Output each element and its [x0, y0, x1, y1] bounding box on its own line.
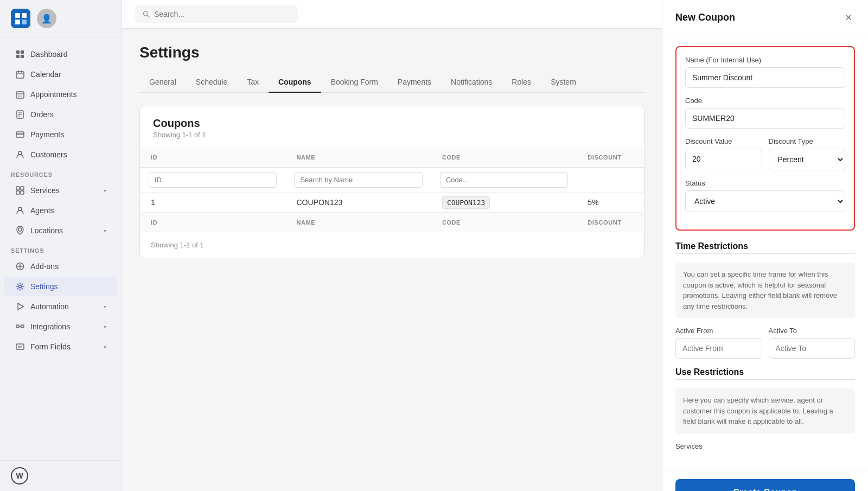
panel-title: New Coupon [675, 12, 735, 23]
tab-payments[interactable]: Payments [388, 72, 441, 93]
coupons-title: Coupons [153, 117, 631, 130]
sidebar-item-appointments[interactable]: Appointments [4, 85, 117, 104]
chevron-down-icon: ▾ [104, 324, 106, 330]
resources-section-label: RESOURCES [0, 165, 122, 180]
tab-tax[interactable]: Tax [237, 72, 269, 93]
discount-type-select[interactable]: Percent Fixed [769, 149, 846, 170]
services-form-group: Services [675, 442, 855, 450]
status-select[interactable]: Active Inactive [685, 190, 845, 212]
search-bar[interactable] [135, 5, 298, 23]
main-nav: Dashboard Calendar Appointments Orders P… [0, 37, 122, 460]
sidebar-item-form-fields[interactable]: Form Fields ▾ [4, 337, 117, 356]
topbar [122, 0, 662, 29]
svg-rect-4 [16, 72, 24, 78]
svg-rect-3 [21, 55, 24, 58]
sidebar-item-add-ons[interactable]: Add-ons [4, 257, 117, 276]
sidebar-item-dashboard[interactable]: Dashboard [4, 44, 117, 64]
code-input[interactable] [685, 108, 845, 129]
active-from-input[interactable] [675, 338, 762, 359]
sidebar-item-label: Settings [30, 282, 58, 291]
services-label: Services [675, 442, 855, 450]
tab-general[interactable]: General [139, 72, 186, 93]
automation-icon [15, 302, 25, 311]
time-restrictions-title: Time Restrictions [675, 241, 855, 251]
agents-icon [15, 206, 25, 215]
orders-icon [15, 110, 25, 119]
form-fields-icon [15, 342, 25, 352]
sidebar-item-agents[interactable]: Agents [4, 201, 117, 220]
sidebar-item-locations[interactable]: Locations ▾ [4, 221, 117, 240]
app-logo[interactable] [11, 9, 30, 28]
discount-value-group: Discount Value [685, 137, 762, 170]
sidebar-item-label: Services [30, 186, 60, 195]
filter-code-input[interactable] [440, 172, 568, 188]
svg-rect-20 [21, 187, 24, 190]
coupons-card-header: Coupons Showing 1-1 of 1 [140, 106, 644, 139]
sidebar-item-payments[interactable]: Payments [4, 125, 117, 144]
svg-rect-8 [16, 92, 24, 98]
dashboard-icon [15, 49, 25, 59]
tab-system[interactable]: System [541, 72, 586, 93]
svg-rect-1 [21, 50, 24, 54]
col-name: NAME [285, 148, 431, 168]
close-button[interactable]: × [842, 11, 855, 24]
right-panel: New Coupon × Name (For Internal Use) Cod… [662, 0, 868, 491]
discount-value-input[interactable] [685, 149, 762, 169]
page-body: Settings General Schedule Tax Coupons Bo… [122, 29, 662, 491]
sidebar-item-integrations[interactable]: Integrations ▾ [4, 317, 117, 336]
col-code-footer: CODE [431, 213, 577, 233]
section-divider-2 [675, 379, 855, 380]
sidebar-item-label: Dashboard [30, 50, 68, 59]
svg-point-28 [19, 285, 22, 288]
sidebar-item-customers[interactable]: Customers [4, 145, 117, 164]
sidebar-item-label: Orders [30, 110, 54, 119]
search-input[interactable] [154, 10, 290, 18]
sidebar-header: 👤 [0, 0, 122, 37]
svg-point-24 [18, 228, 22, 231]
cell-discount: 5% [577, 193, 644, 213]
svg-point-11 [20, 95, 21, 97]
discount-row: Discount Value Discount Type Percent Fix… [685, 137, 845, 179]
coupons-card: Coupons Showing 1-1 of 1 ID NAME CODE DI… [139, 106, 644, 258]
addons-icon [15, 262, 25, 271]
payments-icon [15, 130, 25, 139]
sidebar-item-orders[interactable]: Orders [4, 105, 117, 124]
name-label: Name (For Internal Use) [685, 56, 845, 64]
avatar[interactable]: 👤 [37, 9, 56, 28]
col-discount-footer: DISCOUNT [577, 213, 644, 233]
sidebar-item-label: Appointments [30, 90, 77, 99]
svg-rect-0 [16, 50, 20, 54]
chevron-down-icon: ▾ [104, 228, 106, 234]
svg-rect-31 [21, 325, 24, 328]
sidebar-footer: W [0, 460, 122, 491]
col-id: ID [140, 148, 285, 168]
status-label: Status [685, 179, 845, 187]
tab-booking-form[interactable]: Booking Form [321, 72, 388, 93]
active-to-input[interactable] [769, 338, 856, 359]
active-from-label: Active From [675, 327, 762, 335]
discount-value-label: Discount Value [685, 137, 762, 145]
name-input[interactable] [685, 67, 845, 88]
chevron-down-icon: ▾ [104, 188, 106, 194]
discount-type-label: Discount Type [769, 137, 846, 145]
sidebar-item-settings[interactable]: Settings [4, 277, 117, 296]
tab-coupons[interactable]: Coupons [269, 72, 321, 93]
table-row: 1 COUPON123 COUPON123 5% [140, 193, 644, 213]
filter-id-input[interactable] [149, 172, 277, 188]
tab-notifications[interactable]: Notifications [441, 72, 502, 93]
sidebar-item-calendar[interactable]: Calendar [4, 65, 117, 84]
wordpress-icon[interactable]: W [11, 467, 28, 484]
cell-code: COUPON123 [431, 193, 577, 213]
filter-name-cell [285, 168, 431, 193]
sidebar-item-label: Automation [30, 302, 69, 311]
panel-header: New Coupon × [662, 0, 868, 35]
settings-icon [15, 282, 25, 291]
tab-schedule[interactable]: Schedule [186, 72, 237, 93]
sidebar-item-automation[interactable]: Automation ▾ [4, 297, 117, 316]
tab-roles[interactable]: Roles [502, 72, 541, 93]
integrations-icon [15, 322, 25, 331]
sidebar-item-services[interactable]: Services ▾ [4, 181, 117, 200]
col-code: CODE [431, 148, 577, 168]
filter-name-input[interactable] [294, 172, 422, 188]
create-coupon-button[interactable]: Create Coupon [675, 479, 855, 492]
